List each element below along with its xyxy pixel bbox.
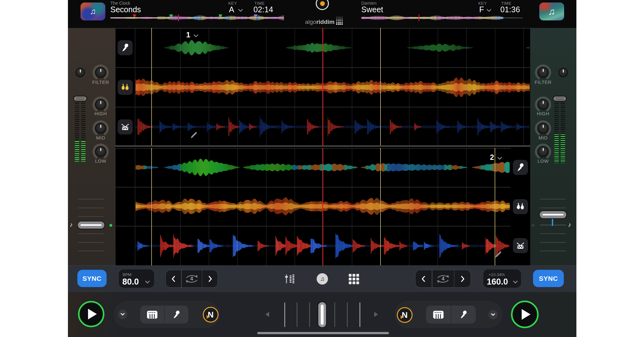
deck2-key-value[interactable]: F: [479, 5, 484, 14]
tempo-tick: [78, 242, 104, 243]
crossfader-handle[interactable]: [318, 302, 327, 328]
deck1-album-art[interactable]: ♫: [80, 3, 105, 20]
tempo-slider-right[interactable]: [539, 210, 567, 219]
algoriddim-logo: algoriddim: [288, 19, 335, 25]
deck2-instruments-stem-button[interactable]: [513, 199, 528, 214]
low-knob-left[interactable]: [95, 146, 106, 157]
bpm-value: 160.0: [487, 277, 508, 287]
chevron-left-icon: [421, 275, 426, 282]
deck2-overview-waveform[interactable]: [361, 14, 523, 21]
tempo-tick: [540, 242, 566, 243]
neural-triangle-icon: [401, 315, 403, 319]
gain-knob-right[interactable]: [558, 68, 568, 77]
high-knob-left[interactable]: [95, 99, 106, 110]
loop-halve-button[interactable]: [415, 270, 432, 287]
deck2-number[interactable]: 2: [490, 153, 494, 162]
deck2-vocals-stem-button[interactable]: [513, 160, 528, 175]
mid-label: MID: [85, 135, 116, 140]
sync-button-left[interactable]: SYNC: [77, 270, 107, 287]
deck1-key-value[interactable]: A: [229, 5, 234, 14]
gain-knob-left[interactable]: [75, 68, 85, 77]
grid-view-button[interactable]: [349, 274, 359, 284]
volume-fader-right[interactable]: [553, 96, 567, 101]
deck1-instruments-stem-button[interactable]: [118, 80, 133, 95]
bpm-value: 80.0: [122, 277, 139, 287]
tempo-tick: [78, 199, 104, 199]
deck1-number[interactable]: 1: [186, 30, 190, 39]
tempo-reset-dot-left[interactable]: [109, 224, 112, 227]
bpm-box-left[interactable]: BPM 80.0: [119, 269, 154, 288]
loop-toggle-button[interactable]: 4: [432, 270, 454, 287]
mid-knob-left[interactable]: [95, 123, 106, 134]
chevron-down-icon: [491, 313, 496, 316]
mixer-view-icon[interactable]: [284, 274, 296, 284]
loop-halve-button[interactable]: [166, 270, 181, 287]
music-note-icon: ♫: [548, 6, 555, 17]
play-button-left[interactable]: [78, 301, 104, 327]
pencil-icon[interactable]: [189, 132, 197, 140]
crossfader-tick: [347, 302, 348, 327]
tempo-slider-left[interactable]: [77, 221, 105, 229]
vocal-fx-button[interactable]: [451, 306, 476, 323]
pencil-icon[interactable]: [494, 251, 502, 259]
algoriddim-grid-icon: [336, 17, 343, 25]
loop-beats-value: 4: [432, 270, 454, 287]
keyboard-fx-button[interactable]: [426, 306, 451, 323]
keyboard-icon: [433, 310, 444, 319]
chevron-down-icon[interactable]: [238, 8, 243, 12]
neural-mix-button-right[interactable]: N: [397, 307, 413, 323]
keyboard-fx-button[interactable]: [140, 306, 164, 323]
tempo-tick: [540, 251, 566, 251]
collapse-button-left[interactable]: [118, 310, 127, 319]
deck1-time-value[interactable]: 02:14: [253, 5, 273, 14]
deck2-album-art[interactable]: ♫: [539, 3, 564, 20]
loop-double-button[interactable]: [454, 270, 471, 287]
vocal-fx-button[interactable]: [165, 306, 189, 323]
filter-label: FILTER: [527, 79, 559, 85]
loop-toggle-button[interactable]: 4: [182, 270, 202, 287]
neural-mix-button-left[interactable]: N: [203, 307, 219, 323]
deck2-time-value[interactable]: 01:36: [500, 5, 520, 14]
chevron-down-icon[interactable]: [486, 8, 492, 12]
high-knob-right[interactable]: [538, 99, 548, 110]
deck2-waveform[interactable]: [115, 148, 510, 265]
crossfader-left-arrow[interactable]: [265, 312, 269, 317]
crossfader-tick: [359, 302, 360, 327]
deck1-overview-waveform[interactable]: [110, 14, 284, 21]
bpm-box-right[interactable]: +10.34% 160.0: [483, 269, 521, 288]
record-disc-icon[interactable]: [316, 0, 329, 10]
tempo-tick: [540, 233, 566, 234]
tempo-reset-dot-right[interactable]: [532, 224, 535, 227]
collapse-button-right[interactable]: [488, 310, 498, 319]
chevron-down-icon[interactable]: [193, 34, 199, 38]
deck1-vocals-stem-button[interactable]: [118, 40, 133, 55]
microphone-icon: [172, 310, 180, 319]
mid-knob-right[interactable]: [538, 123, 548, 134]
deck1-waveform[interactable]: [115, 28, 530, 147]
filter-knob-right[interactable]: [538, 67, 548, 78]
chevron-down-icon[interactable]: [497, 156, 502, 160]
chevron-left-icon: [171, 275, 176, 282]
crossfader-tick: [309, 302, 310, 327]
tempo-center-tick: [540, 225, 566, 226]
loop-double-button[interactable]: [202, 270, 218, 287]
play-button-right[interactable]: [511, 301, 539, 328]
filter-knob-left[interactable]: [95, 67, 106, 78]
low-knob-right[interactable]: [538, 146, 548, 157]
library-button[interactable]: ♫: [317, 273, 328, 285]
loop-beats-value: 4: [182, 270, 202, 287]
tempo-tick: [78, 208, 104, 208]
crossfader-right-arrow[interactable]: [374, 312, 378, 317]
level-meter-left: [75, 103, 79, 163]
sync-button-right[interactable]: SYNC: [533, 270, 564, 287]
drum-icon: [516, 241, 525, 250]
chevron-down-icon: [120, 313, 125, 316]
horizontal-scrollbar[interactable]: [257, 332, 389, 334]
volume-fader-left[interactable]: [73, 96, 87, 101]
library-note-icon: ♫: [320, 275, 325, 282]
deck2-drums-stem-button[interactable]: [513, 238, 528, 253]
crossfader-tick: [334, 302, 335, 327]
filter-label: FILTER: [85, 79, 116, 85]
crossfader-tick: [284, 302, 285, 327]
deck1-drums-stem-button[interactable]: [118, 119, 133, 134]
